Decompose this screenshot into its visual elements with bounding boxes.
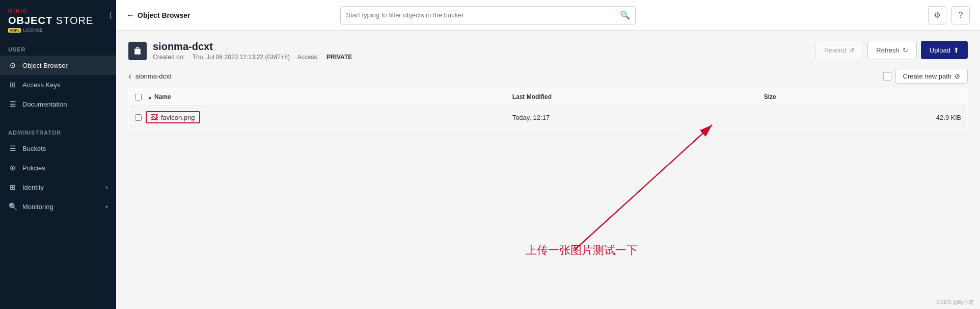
sidebar-divider (0, 118, 116, 118)
column-modified-label: Last Modified (512, 93, 552, 100)
row-checkbox[interactable] (135, 114, 142, 121)
bucket-actions: Rewind ↺ Refresh ↻ Upload ⬆ (815, 41, 968, 59)
file-name-outlined: 🖼 favicon.png (146, 111, 200, 123)
identity-chevron-icon: ▾ (105, 185, 108, 190)
logo-license: AGPL LICENSE (8, 28, 108, 33)
table-body: 🖼 favicon.png Today, 12:17 42.9 KiB (129, 106, 968, 129)
breadcrumb-back-button[interactable]: ‹ (128, 71, 131, 82)
admin-section-label: Administrator (0, 122, 116, 139)
logo-bold: OBJECT (8, 15, 52, 26)
create-new-path-label: Create new path (903, 72, 951, 80)
access-value: PRIVATE (326, 54, 352, 61)
object-browser-icon: ⊙ (8, 61, 17, 70)
sidebar-item-label: Documentation (22, 100, 67, 108)
sidebar-item-identity[interactable]: ⊞ Identity ▾ (0, 177, 116, 197)
rewind-button[interactable]: Rewind ↺ (815, 41, 863, 59)
sidebar-item-label: Access Keys (22, 81, 60, 89)
monitoring-icon: 🔍 (8, 202, 17, 211)
create-new-path-button[interactable]: Create new path ⊘ (895, 69, 968, 84)
file-name-cell: 🖼 favicon.png (129, 106, 506, 129)
sidebar-item-label: Object Browser (22, 62, 68, 69)
topbar-actions: ⚙ ? (928, 6, 970, 24)
footer-credit: CSDN @By子诺 (937, 299, 974, 306)
sidebar-collapse-button[interactable]: ⟨ (109, 10, 112, 20)
sidebar-item-access-keys[interactable]: ⊞ Access Keys (0, 75, 116, 94)
file-table: Name Last Modified Size (128, 88, 968, 129)
sidebar: MINIO OBJECT STORE AGPL LICENSE ⟨ User ⊙… (0, 0, 116, 309)
new-path-icon: ⊘ (955, 72, 960, 80)
upload-icon: ⬆ (954, 46, 959, 54)
sidebar-item-label: Buckets (22, 145, 46, 152)
logo-light: STORE (52, 15, 93, 26)
breadcrumb-actions: Create new path ⊘ (883, 69, 968, 84)
select-all-checkbox[interactable] (883, 72, 891, 81)
access-keys-icon: ⊞ (8, 80, 17, 89)
refresh-button-label: Refresh (876, 46, 900, 54)
agpl-badge: AGPL (8, 28, 21, 33)
search-input[interactable] (346, 11, 620, 19)
column-header-modified: Last Modified (506, 88, 758, 106)
search-icon: 🔍 (620, 10, 630, 20)
back-link-label: Object Browser (138, 11, 190, 19)
column-header-name: Name (129, 88, 506, 106)
table-header: Name Last Modified Size (129, 88, 968, 106)
user-section-label: User (0, 39, 116, 56)
buckets-icon: ☰ (8, 144, 17, 153)
column-name-label: Name (154, 93, 171, 100)
main-content: ← Object Browser 🔍 ⚙ ? sionma-dcxt Creat… (116, 0, 980, 309)
refresh-button[interactable]: Refresh ↻ (867, 41, 917, 59)
sidebar-header: MINIO OBJECT STORE AGPL LICENSE ⟨ (0, 0, 116, 39)
breadcrumb-bar: ‹ sionma-dcxt Create new path ⊘ (128, 69, 968, 84)
file-name: favicon.png (161, 114, 195, 121)
file-type-icon: 🖼 (151, 113, 158, 121)
identity-icon: ⊞ (8, 183, 17, 192)
bucket-meta: Created on: Thu, Jul 06 2023 12:13:22 (G… (153, 54, 358, 61)
rewind-button-label: Rewind (824, 46, 846, 54)
annotation-text: 上传一张图片测试一下 (526, 243, 638, 258)
upload-button[interactable]: Upload ⬆ (921, 41, 968, 59)
access-label: Access: (297, 54, 319, 61)
logo-title: OBJECT STORE (8, 15, 108, 27)
license-text: LICENSE (23, 28, 43, 33)
help-button[interactable]: ? (951, 6, 970, 24)
sidebar-item-label: Monitoring (22, 203, 53, 211)
bucket-icon (128, 42, 147, 60)
sidebar-item-monitoring[interactable]: 🔍 Monitoring ▾ (0, 197, 116, 216)
sidebar-item-label: Policies (22, 164, 45, 172)
svg-line-1 (575, 125, 712, 250)
table-row[interactable]: 🖼 favicon.png Today, 12:17 42.9 KiB (129, 106, 968, 129)
bucket-name: sionma-dcxt (153, 41, 358, 53)
bucket-details: sionma-dcxt Created on: Thu, Jul 06 2023… (153, 41, 358, 61)
sidebar-item-policies[interactable]: ⊕ Policies (0, 158, 116, 177)
breadcrumb-nav: ‹ sionma-dcxt (128, 71, 171, 82)
refresh-icon: ↻ (903, 46, 908, 54)
rewind-icon: ↺ (849, 46, 855, 54)
created-date: Thu, Jul 06 2023 12:13:22 (GMT+8) (193, 54, 290, 61)
sidebar-item-label: Identity (22, 184, 44, 191)
column-header-size: Size (758, 88, 968, 106)
created-label: Created on: (153, 54, 185, 61)
policies-icon: ⊕ (8, 163, 17, 172)
file-modified-cell: Today, 12:17 (506, 106, 758, 129)
sidebar-item-documentation[interactable]: ☰ Documentation (0, 94, 116, 114)
back-arrow-icon: ← (126, 11, 134, 20)
logo-minio: MINIO (8, 8, 108, 14)
back-to-object-browser-link[interactable]: ← Object Browser (126, 11, 190, 20)
column-size-label: Size (764, 93, 776, 100)
monitoring-chevron-icon: ▾ (105, 204, 108, 210)
file-size-cell: 42.9 KiB (758, 106, 968, 129)
content-area: sionma-dcxt Created on: Thu, Jul 06 2023… (116, 31, 980, 309)
sidebar-item-object-browser[interactable]: ⊙ Object Browser (0, 56, 116, 75)
documentation-icon: ☰ (8, 99, 17, 109)
header-checkbox[interactable] (135, 94, 142, 100)
sidebar-item-buckets[interactable]: ☰ Buckets (0, 139, 116, 158)
sort-name-asc-icon (148, 93, 152, 100)
breadcrumb-path: sionma-dcxt (135, 72, 171, 80)
upload-button-label: Upload (930, 46, 950, 54)
search-bar: 🔍 (340, 6, 636, 24)
bucket-info: sionma-dcxt Created on: Thu, Jul 06 2023… (128, 41, 358, 61)
topbar: ← Object Browser 🔍 ⚙ ? (116, 0, 980, 31)
bucket-header: sionma-dcxt Created on: Thu, Jul 06 2023… (128, 41, 968, 61)
settings-button[interactable]: ⚙ (928, 6, 946, 24)
